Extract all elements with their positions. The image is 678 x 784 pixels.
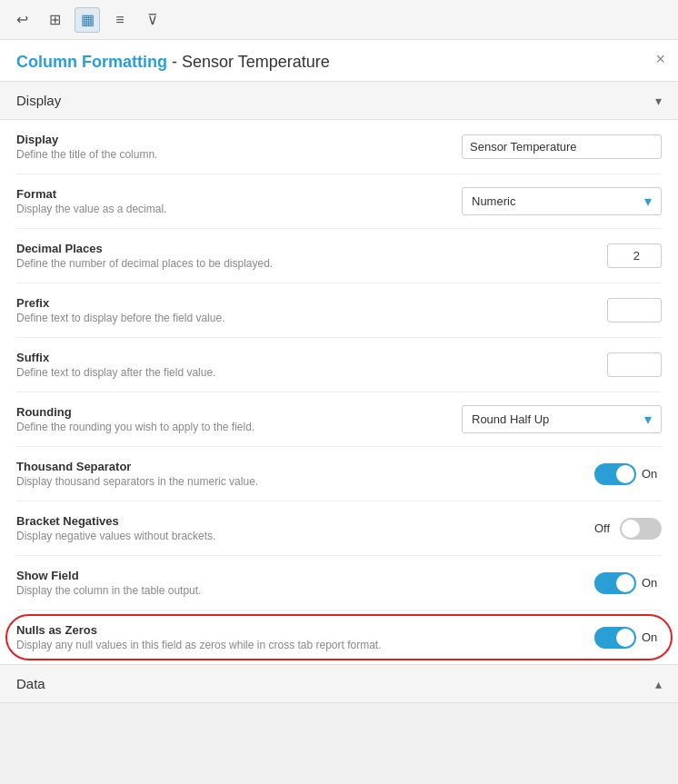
display-section-chevron: ▾ [655,94,662,108]
rounding-row-desc: Define the rounding you wish to apply to… [16,421,462,433]
decimal-places-input[interactable] [607,243,662,268]
thousand-separator-row-desc: Display thousand separators in the numer… [16,475,498,488]
rounding-select-wrapper: Round Half Up ▾ [462,405,662,433]
nulls-as-zeros-inner: Nulls as Zeros Display any null values i… [16,610,662,664]
format-select-wrapper: Numeric ▾ [462,187,662,215]
bracket-negatives-row: Bracket Negatives Display negative value… [16,501,662,556]
thousand-separator-toggle[interactable] [594,463,636,485]
undo-button[interactable]: ↩ [9,7,35,33]
bracket-negatives-row-label: Bracket Negatives Display negative value… [16,514,498,542]
display-section-header[interactable]: Display ▾ [0,81,678,120]
prefix-input[interactable] [607,298,662,323]
prefix-row: Prefix Define text to display before the… [16,283,662,338]
show-field-row-title: Show Field [16,569,498,582]
bracket-negatives-toggle-knob [622,520,640,538]
decimal-places-row-label: Decimal Places Define the number of deci… [16,242,498,270]
data-section-chevron: ▴ [655,677,662,691]
suffix-row-control [498,352,662,377]
bracket-negatives-row-title: Bracket Negatives [16,514,498,528]
toolbar: ↩ ⊞ ▦ ≡ ⊽ [0,0,678,40]
display-section: Display ▾ Display Define the title of th… [0,81,678,664]
rounding-row: Rounding Define the rounding you wish to… [16,392,662,447]
rounding-row-label: Rounding Define the rounding you wish to… [16,405,462,433]
prefix-row-control [498,298,662,323]
nulls-as-zeros-toggle-knob [616,629,634,647]
format-select[interactable]: Numeric ▾ [462,187,662,215]
format-row-title: Format [16,187,462,201]
thousand-separator-toggle-wrapper: On [594,463,662,485]
nulls-as-zeros-toggle[interactable] [594,627,636,649]
show-field-toggle-wrapper: On [594,572,662,594]
format-row-desc: Display the value as a decimal. [16,203,462,215]
nulls-as-zeros-label: Nulls as Zeros Display any null values i… [16,623,498,651]
column-formatting-panel: × Column Formatting - Sensor Temperature… [0,40,678,703]
decimal-places-row-control [498,243,662,268]
show-field-row-desc: Display the column in the table output. [16,584,498,597]
rounding-row-title: Rounding [16,405,462,419]
panel-title-rest: - Sensor Temperature [167,53,330,71]
decimal-places-row-desc: Define the number of decimal places to b… [16,257,498,270]
rounding-select-value: Round Half Up [472,412,549,426]
thousand-separator-row-title: Thousand Separator [16,460,498,473]
rounding-row-control: Round Half Up ▾ [462,405,662,433]
bracket-negatives-row-control: Off [498,518,662,540]
decimal-places-row-title: Decimal Places [16,242,498,255]
suffix-row-desc: Define text to display after the field v… [16,366,498,379]
format-row-control: Numeric ▾ [462,187,662,215]
nulls-as-zeros-toggle-label: On [642,630,662,644]
display-section-label: Display [16,93,61,108]
bracket-negatives-row-desc: Display negative values without brackets… [16,530,498,542]
format-select-value: Numeric [472,194,515,208]
show-field-toggle-knob [616,574,634,592]
display-row-label: Display Define the title of the column. [16,133,462,161]
nulls-as-zeros-control: On [498,627,662,649]
nulls-as-zeros-row: Nulls as Zeros Display any null values i… [16,610,662,664]
data-section-label: Data [16,676,45,691]
bracket-negatives-toggle-off-label: Off [594,521,614,535]
nulls-as-zeros-toggle-wrapper: On [594,627,662,649]
display-input[interactable] [462,134,662,159]
display-form-rows: Display Define the title of the column. … [0,120,678,664]
rounding-select[interactable]: Round Half Up ▾ [462,405,662,433]
show-field-row-label: Show Field Display the column in the tab… [16,569,498,597]
rounding-select-arrow: ▾ [644,411,652,428]
show-field-row-control: On [498,572,662,594]
show-field-toggle[interactable] [594,572,636,594]
thousand-separator-row-control: On [498,463,662,485]
thousand-separator-toggle-label: On [642,467,662,481]
show-field-toggle-label: On [642,576,662,590]
suffix-row-title: Suffix [16,351,498,364]
format-row-label: Format Display the value as a decimal. [16,187,462,215]
suffix-input[interactable] [607,352,662,377]
prefix-row-desc: Define text to display before the field … [16,312,498,324]
nulls-as-zeros-title: Nulls as Zeros [16,623,498,637]
data-section-header[interactable]: Data ▴ [0,664,678,703]
close-button[interactable]: × [655,51,665,67]
panel-title-blue: Column Formatting [16,53,167,71]
thousand-separator-row-label: Thousand Separator Display thousand sepa… [16,460,498,488]
display-row: Display Define the title of the column. [16,120,662,174]
show-field-row: Show Field Display the column in the tab… [16,556,662,610]
filter-button[interactable]: ⊽ [140,7,165,33]
format-select-arrow: ▾ [644,193,652,210]
prefix-row-label: Prefix Define text to display before the… [16,296,498,324]
display-row-control [462,134,662,159]
prefix-row-title: Prefix [16,296,498,310]
suffix-row: Suffix Define text to display after the … [16,338,662,392]
suffix-row-label: Suffix Define text to display after the … [16,351,498,379]
panel-title: Column Formatting - Sensor Temperature [16,53,330,71]
list-view-button[interactable]: ≡ [107,7,133,33]
panel-header: Column Formatting - Sensor Temperature [0,40,678,81]
bracket-negatives-toggle[interactable] [620,518,662,540]
thousand-separator-toggle-knob [616,465,634,483]
thousand-separator-row: Thousand Separator Display thousand sepa… [16,447,662,501]
bracket-negatives-toggle-wrapper: Off [594,518,662,540]
decimal-places-row: Decimal Places Define the number of deci… [16,229,662,283]
display-row-title: Display [16,133,462,146]
nulls-as-zeros-desc: Display any null values in this field as… [16,639,498,651]
column-format-button[interactable]: ▦ [75,7,100,33]
format-row: Format Display the value as a decimal. N… [16,174,662,229]
table-view-button[interactable]: ⊞ [42,7,67,33]
display-row-desc: Define the title of the column. [16,148,462,161]
